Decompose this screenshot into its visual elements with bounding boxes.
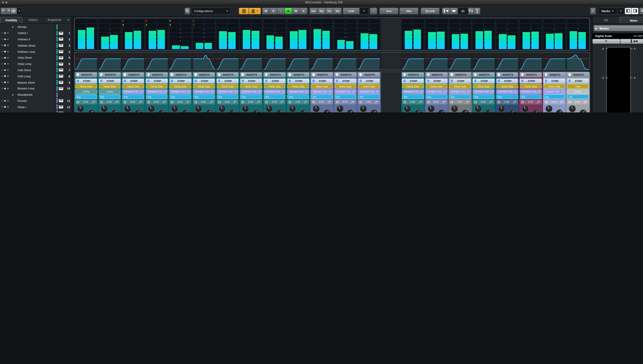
eq-curve-channel-viola-long[interactable] (192, 52, 216, 70)
eq-slot[interactable]: EQ (473, 94, 494, 99)
noise-gate-slot[interactable]: Noise Gate (426, 84, 447, 88)
sidebar-item-violins-i[interactable]: Violins I1 (0, 30, 71, 36)
window-control-dot[interactable] (2, 2, 4, 4)
state-dot[interactable] (7, 76, 9, 77)
eq-slot[interactable]: EQ (123, 94, 144, 99)
qlink-button[interactable]: Q-Link (420, 7, 440, 14)
undo-icon[interactable]: ↶ (1, 8, 6, 14)
collapse-icon[interactable]: ▼ (12, 26, 14, 28)
setup-gear-icon[interactable]: ⚙ (639, 7, 643, 14)
q-knob[interactable] (438, 109, 445, 112)
state-dot[interactable] (1, 51, 3, 52)
strip-header[interactable]: STRIP (169, 78, 191, 83)
sidebar-item-celli-long[interactable]: Celli Long8 (0, 73, 71, 79)
compressor-slot[interactable]: Standard Com...or (123, 89, 144, 94)
racks-extra-arrow[interactable]: ▼ (617, 8, 624, 14)
eq-band-header-4-hi[interactable]: 4 HI (335, 100, 356, 104)
inserts-header[interactable]: INSERTS (358, 72, 380, 77)
eq-slot[interactable]: EQ (170, 94, 191, 99)
sidebar-item-viola-short[interactable]: Viola Short5 (0, 55, 71, 61)
spinner-icon[interactable]: ▲▼ (474, 8, 480, 14)
eq-band-header-4-hi[interactable]: 4 HI (75, 100, 97, 104)
q-knob[interactable] (414, 109, 421, 112)
state-dot[interactable] (7, 38, 9, 40)
camera-icon[interactable] (11, 8, 17, 14)
window-control-dot[interactable] (6, 2, 7, 4)
eq-slot[interactable]: EQ (544, 94, 565, 99)
noise-gate-slot[interactable]: Noise Gate (497, 84, 518, 88)
channel-state-button-l[interactable]: L (277, 8, 285, 14)
inserts-header[interactable]: INSERTS (425, 72, 448, 77)
compressor-slot[interactable]: Standard Com...or (264, 89, 285, 94)
q-knob[interactable] (462, 109, 469, 112)
eq-band-header-4-hi[interactable]: 4 HI (146, 100, 167, 104)
eq-curve-channel-celli-long[interactable] (240, 52, 263, 70)
q-knob[interactable] (111, 109, 118, 112)
gain-knob[interactable] (242, 105, 249, 112)
state-dot[interactable] (4, 57, 6, 58)
state-dot[interactable] (1, 45, 3, 46)
q-knob[interactable] (300, 109, 307, 112)
state-dot[interactable] (7, 69, 9, 71)
strip-header[interactable]: STRIP (75, 78, 97, 83)
noise-gate-slot[interactable]: Gate (567, 84, 589, 88)
gain-knob[interactable] (427, 105, 435, 112)
meter-reset-icon[interactable]: ▌◀◀ (620, 39, 643, 44)
eq-curve-channel-oboe-ii[interactable] (357, 52, 381, 70)
gain-knob[interactable] (124, 105, 131, 112)
compressor-slot[interactable]: Comp (99, 89, 120, 94)
edit-channel-button[interactable]: e (370, 7, 377, 14)
sidebar-item-violines-ii[interactable]: Violines II2 (0, 36, 71, 42)
abs-button[interactable]: Abs (399, 7, 418, 14)
gain-knob[interactable] (451, 105, 458, 112)
sidebar-item-oboe-ii[interactable]: Oboe II13 (0, 110, 71, 112)
eq-slot[interactable]: EQ (358, 94, 380, 99)
q-knob[interactable] (579, 109, 586, 112)
collapse-icon[interactable]: ▼ (12, 94, 14, 96)
configurations-dropdown[interactable]: Configurations ▼ (191, 7, 231, 14)
state-dot[interactable] (4, 106, 6, 108)
q-knob[interactable] (323, 109, 330, 112)
state-dot[interactable] (7, 100, 9, 102)
compressor-slot[interactable]: Standard Com...or (217, 89, 238, 94)
gain-knob[interactable] (522, 105, 529, 112)
tab-snapshots[interactable]: Snapshots (44, 17, 65, 23)
gain-knob[interactable] (148, 105, 155, 112)
eq-slot[interactable]: EQ (146, 94, 167, 99)
q-knob[interactable] (347, 109, 354, 112)
q-knob[interactable] (276, 109, 283, 112)
state-dot[interactable] (1, 106, 3, 108)
noise-gate-slot[interactable]: Noise Gate (146, 84, 167, 88)
eq-band-header-4-hi[interactable]: 4 HI (240, 100, 262, 104)
eq-slot[interactable]: EQ (520, 94, 542, 99)
eq-band-header-4-hi[interactable]: 4 HI (544, 100, 565, 104)
noise-gate-slot[interactable]: Noise Gate (264, 84, 285, 88)
eq-slot[interactable]: EQ (449, 94, 471, 99)
left-zone-icon[interactable] (625, 8, 632, 14)
noise-gate-slot[interactable]: Noise Gate (544, 84, 565, 88)
eq-band-header-4-hi[interactable]: 4 HI (193, 100, 215, 104)
gain-knob[interactable] (77, 105, 84, 112)
noise-gate-slot[interactable]: Noise Gate (520, 84, 542, 88)
gain-knob[interactable] (336, 105, 343, 112)
inserts-header[interactable]: INSERTS (520, 72, 542, 77)
eq-slot[interactable]: EQ (240, 94, 262, 99)
eq-slot[interactable]: EQ (335, 94, 356, 99)
sus-button[interactable]: Sus (379, 7, 398, 14)
state-dot[interactable] (4, 100, 6, 102)
inserts-header[interactable]: INSERTS (567, 72, 589, 77)
eq-slot[interactable]: EQ (288, 94, 309, 99)
noise-gate-slot[interactable]: Noise Gate (473, 84, 494, 88)
compressor-slot[interactable]: Standard Com...or (449, 89, 471, 94)
gain-knob[interactable] (195, 105, 202, 112)
inserts-header[interactable]: INSERTS (402, 72, 424, 77)
channel-state-button-s[interactable]: S (270, 8, 277, 14)
strip-header[interactable]: STRIP (473, 78, 495, 83)
eq-slot[interactable]: EQ (217, 94, 238, 99)
gain-knob[interactable] (289, 105, 296, 112)
state-dot[interactable] (1, 38, 3, 40)
eq-slot[interactable]: EQ (193, 94, 215, 99)
eq-slot[interactable]: EQ (99, 94, 120, 99)
eq-band-header-4-hi[interactable]: 4 HI (473, 100, 494, 104)
compressor-slot[interactable]: Standard Com...or (193, 89, 215, 94)
